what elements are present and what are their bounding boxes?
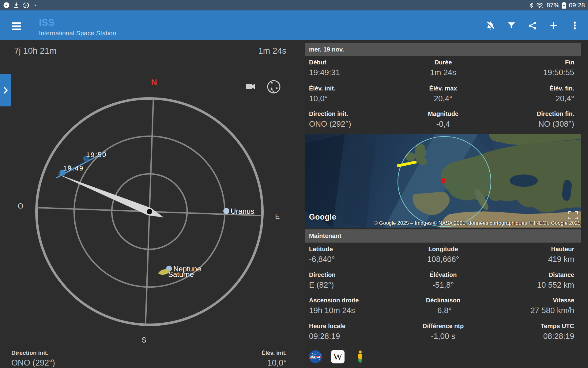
android-status-bar: 87% 09:28 — [0, 0, 588, 10]
streetview-pegman-icon[interactable] — [353, 350, 367, 363]
stat-value: 08:28:19 — [541, 331, 574, 341]
external-links: NASA W — [309, 350, 367, 363]
overflow-menu-icon[interactable] — [568, 19, 582, 32]
stat-value: 27 580 km/h — [530, 305, 574, 316]
app-bar-actions — [484, 10, 582, 40]
menu-icon[interactable] — [12, 22, 21, 30]
saturn-label: Saturne — [168, 270, 194, 278]
compass-east-label: E — [275, 213, 280, 220]
now-row-pointing: Direction E (82°) Élévation -51,8° Dista… — [305, 271, 581, 292]
page-subtitle: International Space Station — [39, 29, 116, 37]
nasa-link-icon[interactable]: NASA — [309, 350, 322, 363]
chevron-right-icon — [2, 86, 9, 94]
stat-label: Temps UTC — [541, 322, 574, 330]
fullscreen-icon[interactable] — [568, 211, 578, 219]
sky-radar: N E S O 19:49 19:50 Uranus Neptune — [0, 40, 305, 368]
uranus-label: Uranus — [231, 207, 254, 215]
drawer-expand-tab[interactable] — [0, 74, 11, 106]
wikipedia-w: W — [334, 351, 342, 362]
sync-icon — [23, 2, 29, 9]
iss-detector-app: 87% 09:28 ISS International Space Statio… — [0, 0, 588, 368]
stat-label: Différence ntp — [305, 322, 581, 330]
satellite-map-image — [305, 134, 581, 228]
pass-row-times: Début 19:49:31 Durée 1m 24s Fin 19:50:55 — [305, 58, 581, 80]
details-panel: mer. 19 nov. Début 19:49:31 Durée 1m 24s… — [305, 40, 588, 368]
compass-north-label: N — [151, 78, 157, 87]
now-row-astro: Ascension droite 19h 10m 24s Déclinaison… — [305, 296, 581, 318]
now-section-header: Maintenant — [305, 229, 581, 243]
footer-elevation-label: Élév. init. — [262, 350, 287, 356]
compass-south-label: S — [141, 336, 146, 344]
battery-percent: 87% — [546, 2, 559, 9]
pass-date-header: mer. 19 nov. — [305, 43, 581, 56]
stat-label: Direction fin. — [537, 110, 574, 118]
stat-label: Élév. max — [305, 84, 581, 92]
track-time-start-label: 19:49 — [63, 164, 84, 172]
stat-value: 1m 24s — [305, 67, 581, 78]
add-icon[interactable] — [547, 19, 560, 32]
observer-location-dot — [441, 178, 446, 183]
stat-value: 108,666° — [305, 254, 581, 264]
footer-direction-value: ONO (292°) — [11, 358, 55, 368]
footer-direction-label: Direction init. — [11, 350, 48, 356]
stat-label: Durée — [305, 58, 581, 66]
stat-value: -1,00 s — [305, 331, 581, 341]
bluetooth-icon — [529, 2, 533, 9]
now-row-position: Latitude -6,840° Longitude 108,666° Haut… — [305, 245, 581, 266]
stat-value: 20,4° — [305, 93, 581, 104]
pass-row-elevations: Élév. init. 10,0° Élév. max 20,4° Élév. … — [305, 84, 581, 106]
pass-row-directions: Direction init. ONO (292°) Magnitude -0,… — [305, 110, 581, 131]
stat-label: Longitude — [305, 245, 581, 253]
stat-value: NO (308°) — [537, 119, 574, 129]
share-icon[interactable] — [526, 19, 539, 32]
messenger-icon — [3, 2, 10, 9]
notifications-off-icon[interactable] — [484, 19, 497, 32]
camera-ar-icon[interactable] — [246, 84, 255, 90]
stat-label: Fin — [543, 58, 574, 66]
now-row-time: Heure locale 09:28:19 Différence ntp -1,… — [305, 322, 581, 343]
google-logo[interactable]: Google — [309, 213, 336, 221]
map-attribution: © Google 2025 – Images © NASA 2025, donn… — [374, 220, 581, 226]
clock: 09:28 — [569, 2, 585, 9]
compass-west-label: O — [18, 202, 23, 210]
svg-text:★: ★ — [275, 86, 279, 90]
page-title: ISS — [39, 17, 55, 28]
status-system-icons: 87% 09:28 — [529, 2, 585, 9]
stat-label: Distance — [537, 271, 574, 279]
stat-label: Élév. fin. — [549, 84, 574, 92]
track-time-end-label: 19:50 — [86, 151, 107, 159]
filter-icon[interactable] — [505, 19, 518, 32]
footer-elevation-value: 10,0° — [267, 358, 287, 368]
svg-text:★: ★ — [270, 86, 274, 92]
stat-value: 10 552 km — [537, 280, 574, 290]
sky-view-panel: 7j 10h 21m 1m 24s N E S O 19: — [0, 40, 305, 368]
stat-value: 20,4° — [549, 93, 574, 104]
ground-track-map[interactable]: Google © Google 2025 – Images © NASA 202… — [305, 134, 581, 228]
app-bar: ISS International Space Station — [0, 10, 588, 40]
battery-charging-icon — [562, 2, 566, 9]
stat-value: 19:50:55 — [543, 67, 574, 78]
stat-label: Hauteur — [548, 245, 574, 253]
download-icon — [13, 2, 19, 9]
stat-value: 419 km — [548, 254, 574, 264]
stat-label: Vitesse — [530, 296, 574, 304]
star-map-icon[interactable]: ★ ★ — [268, 81, 280, 93]
wikipedia-link-icon[interactable]: W — [331, 350, 345, 363]
uranus-marker — [223, 208, 229, 214]
status-notification-icons — [3, 2, 36, 9]
nasa-logo-text: NASA — [309, 355, 322, 359]
radar-center-dot — [147, 209, 152, 214]
notification-dot — [35, 5, 36, 6]
wifi-icon — [536, 2, 544, 9]
